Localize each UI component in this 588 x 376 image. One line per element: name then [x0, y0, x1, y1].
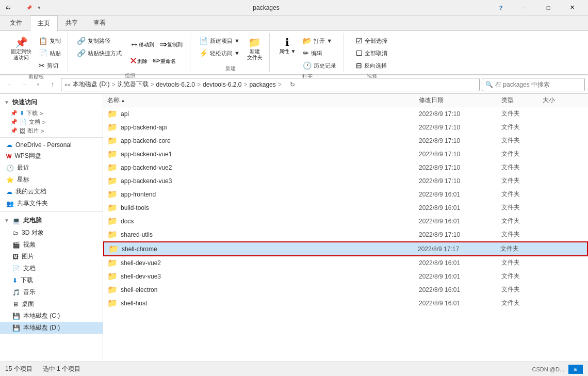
sidebar-pictures[interactable]: 📌 🖼 图片 > [0, 126, 103, 135]
sidebar-desktop[interactable]: 🖥 桌面 [0, 298, 103, 310]
refresh-button[interactable]: ↻ [287, 79, 298, 90]
table-row[interactable]: 📁app-frontend2022/8/9 16:01文件夹 [103, 188, 588, 201]
col-date[interactable]: 修改日期 [419, 96, 501, 105]
breadcrumb-devtools1[interactable]: devtools-6.2.0 [156, 81, 195, 88]
table-row[interactable]: 📁build-tools2022/8/9 16:01文件夹 [103, 201, 588, 215]
file-type: 文件夹 [501, 203, 543, 212]
quick-access-icon[interactable]: ─ [14, 4, 23, 12]
tab-home[interactable]: 主页 [30, 15, 58, 31]
newfolder-button[interactable]: 📁 新建文件夹 [244, 35, 265, 63]
sidebar-onedrive[interactable]: ☁ OneDrive - Personal [0, 140, 103, 150]
back-button[interactable]: ← [3, 78, 15, 91]
sidebar-video[interactable]: 🎬 视频 [0, 239, 103, 251]
selectall-button[interactable]: ☑ 全部选择 [353, 35, 390, 46]
table-row[interactable]: 📁shared-utils2022/8/9 17:10文件夹 [103, 228, 588, 241]
pin-quickaccess-button[interactable]: 📌 固定到快速访问 [8, 35, 34, 63]
table-row[interactable]: 📁shell-host2022/8/9 16:01文件夹 [103, 297, 588, 310]
minimize-button[interactable]: ─ [513, 0, 536, 15]
copy-to-button[interactable]: ⇒ 复制到 [157, 37, 185, 52]
copypath-button[interactable]: 🔗 复制路径 [74, 35, 124, 46]
rename-label: 重命名 [160, 58, 176, 65]
taskbar-icon[interactable]: ⊞ [568, 365, 583, 374]
search-icon: 🔍 [485, 81, 493, 88]
csdn-text: CSDN @D... [532, 366, 564, 372]
move-button[interactable]: ↔ 移动到 [127, 37, 156, 52]
thispc-header[interactable]: ▼ 💻 此电脑 [0, 214, 103, 227]
docs-label: 文档 [29, 118, 40, 126]
table-row[interactable]: 📁app-backend-vue22022/8/9 17:10文件夹 [103, 161, 588, 174]
address-bar[interactable]: «« 本地磁盘 (D:) > 浏览器下载 > devtools-6.2.0 > … [61, 78, 480, 91]
breadcrumb-drive[interactable]: 本地磁盘 (D:) [73, 80, 109, 89]
forward-button[interactable]: → [18, 78, 30, 91]
up-button[interactable]: ↑ [46, 78, 59, 91]
table-row[interactable]: 📁app-backend-vue12022/8/9 17:10文件夹 [103, 148, 588, 161]
edit-button[interactable]: ✏ 编辑 [300, 47, 339, 59]
maximize-button[interactable]: □ [536, 0, 560, 15]
tab-share[interactable]: 共享 [58, 15, 86, 30]
col-name[interactable]: 名称 ▲ [107, 96, 419, 105]
sidebar-drive-d[interactable]: 💾 本地磁盘 (D:) [0, 322, 103, 334]
select-col: ☑ 全部选择 ☐ 全部取消 ⊟ 反向选择 [353, 35, 390, 71]
easyaccess-button[interactable]: ⚡ 轻松访问 ▼ [197, 47, 242, 59]
quickaccess-header[interactable]: ▼ 快速访问 [0, 96, 103, 109]
breadcrumb-packages[interactable]: packages [249, 81, 275, 88]
selectnone-button[interactable]: ☐ 全部取消 [353, 47, 390, 59]
delete-button[interactable]: ✕ 删除 [127, 54, 150, 68]
sidebar-dl[interactable]: ⬇ 下载 [0, 274, 103, 286]
menu-icon[interactable]: ▼ [35, 4, 43, 12]
breadcrumb-downloads[interactable]: 浏览器下载 [118, 80, 149, 89]
sidebar-music[interactable]: 🎵 音乐 [0, 286, 103, 298]
table-row[interactable]: 📁docs2022/8/9 16:01文件夹 [103, 215, 588, 228]
folder-icon: 📁 [107, 149, 118, 159]
invertselect-button[interactable]: ⊟ 反向选择 [353, 60, 390, 71]
copy-button[interactable]: 📋 复制 [36, 35, 63, 46]
tab-view[interactable]: 查看 [86, 15, 113, 30]
sidebar-shared[interactable]: 👥 共享文件夹 [0, 198, 103, 209]
sidebar-starred[interactable]: ⭐ 星标 [0, 174, 103, 186]
table-row[interactable]: 📁shell-electron2022/8/9 16:01文件夹 [103, 283, 588, 297]
col-size[interactable]: 大小 [543, 96, 584, 105]
tab-file[interactable]: 文件 [2, 15, 30, 30]
help-button[interactable]: ? [489, 0, 513, 15]
sidebar-wps[interactable]: W WPS网盘 [0, 150, 103, 162]
organize-content: 🔗 复制路径 🔗 粘贴快捷方式 ↔ 移动到 ⇒ 复制到 [74, 33, 186, 72]
pin-icon[interactable]: 📌 [25, 4, 33, 12]
desktop-label: 桌面 [22, 300, 34, 308]
table-row[interactable]: 📁app-backend-api2022/8/9 17:10文件夹 [103, 121, 588, 134]
move-icon: ↔ [129, 39, 139, 50]
table-row[interactable]: 📁app-backend-vue32022/8/9 17:10文件夹 [103, 174, 588, 188]
sidebar-download[interactable]: 📌 ⬇ 下载 > [0, 109, 103, 118]
file-pane: 名称 ▲ 修改日期 类型 大小 📁api2022/8/9 17:10文件夹📁ap… [103, 94, 588, 362]
search-bar[interactable]: 🔍 [482, 78, 585, 91]
search-input[interactable] [495, 81, 581, 88]
sidebar-recent[interactable]: 🕐 最近 [0, 162, 103, 174]
sidebar-3d[interactable]: 🗂 3D 对象 [0, 227, 103, 239]
table-row[interactable]: 📁app-backend-core2022/8/9 17:10文件夹 [103, 134, 588, 148]
file-name: app-backend-vue1 [121, 151, 419, 158]
newitem-button[interactable]: 📄 新建项目 ▼ [197, 35, 242, 46]
history-button[interactable]: 🕐 历史记录 [300, 60, 339, 71]
table-row[interactable]: 📁shell-dev-vue32022/8/9 16:01文件夹 [103, 270, 588, 283]
open-button[interactable]: 📂 打开 ▼ [300, 35, 339, 46]
recent-locations-button[interactable]: ▼ [32, 78, 44, 91]
table-row[interactable]: 📁api2022/8/9 17:10文件夹 [103, 107, 588, 121]
breadcrumb-devtools2[interactable]: devtools-6.2.0 [203, 81, 241, 88]
rename-button[interactable]: ✏ 重命名 [151, 54, 178, 68]
sidebar-drive-c[interactable]: 💾 本地磁盘 (C:) [0, 310, 103, 322]
table-row[interactable]: 📁shell-dev-vue22022/8/9 16:01文件夹 [103, 256, 588, 270]
select-group: ☑ 全部选择 ☐ 全部取消 ⊟ 反向选择 选择 [346, 33, 398, 72]
sidebar-mycloud[interactable]: ☁ 我的云文档 [0, 186, 103, 198]
table-row[interactable]: 📁shell-chrome2022/8/9 17:17文件夹 [103, 241, 588, 256]
sidebar-photos[interactable]: 🖼 图片 [0, 251, 103, 263]
wps-label: WPS网盘 [14, 152, 41, 160]
close-button[interactable]: ✕ [560, 0, 584, 15]
properties-button[interactable]: ℹ 属性 ▼ [276, 35, 299, 57]
sidebar-docs2[interactable]: 📄 文档 [0, 263, 103, 274]
pasteshortcut-button[interactable]: 🔗 粘贴快捷方式 [74, 47, 124, 59]
col-type[interactable]: 类型 [501, 96, 543, 105]
open-content: ℹ 属性 ▼ 📂 打开 ▼ ✏ 编辑 🕐 历史记录 [276, 33, 339, 73]
paste-button[interactable]: 📄 粘贴 [36, 47, 63, 59]
status-bar: 15 个项目 选中 1 个项目 CSDN @D... ⊞ [0, 362, 588, 376]
cut-button[interactable]: ✂ 剪切 [36, 60, 63, 71]
sidebar-documents[interactable]: 📌 📄 文档 > [0, 118, 103, 126]
